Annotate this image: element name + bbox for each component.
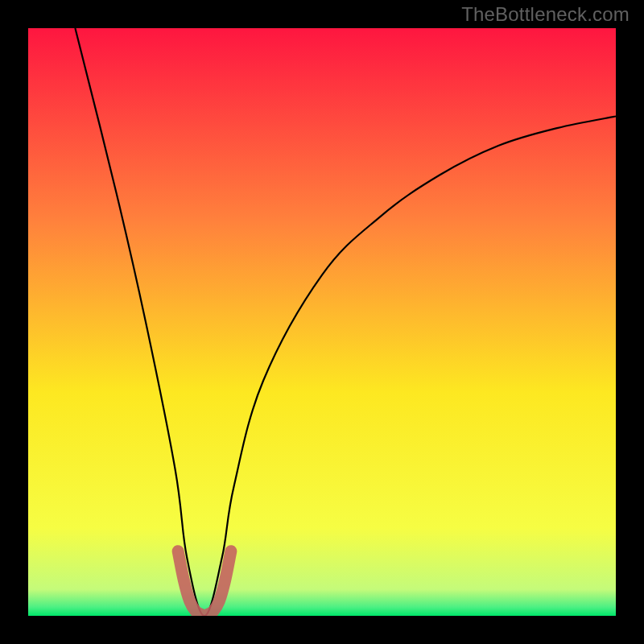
chart-svg (28, 28, 616, 616)
watermark-text: TheBottleneck.com (461, 3, 630, 26)
chart-background (28, 28, 616, 616)
chart-plot-area (28, 28, 616, 616)
